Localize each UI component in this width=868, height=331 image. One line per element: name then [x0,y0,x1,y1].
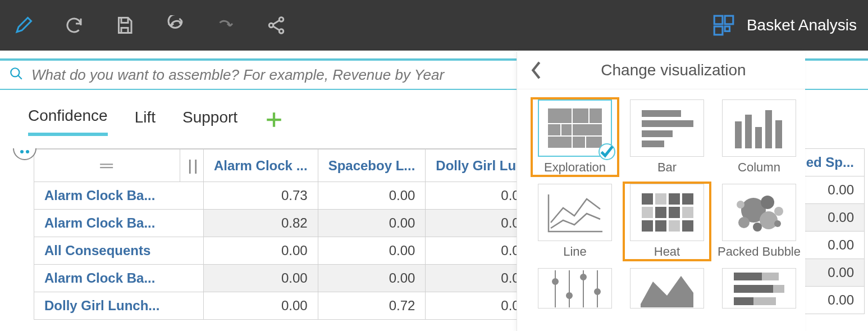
data-table[interactable]: ═ || Alarm Clock ... Spaceboy L... Dolly… [34,148,598,320]
edit-button[interactable] [11,13,36,38]
svg-point-47 [774,220,781,227]
row-drag-icon[interactable]: ═ [44,155,170,176]
dashboard-icon[interactable] [712,13,735,37]
table-row: Alarm Clock Ba...0.730.000.00 [34,182,598,210]
tab-lift[interactable]: Lift [135,108,156,134]
viz-option-point[interactable] [533,268,617,309]
svg-rect-33 [655,207,666,218]
svg-rect-17 [572,136,586,148]
viz-option-stacked-bar[interactable] [717,268,801,309]
svg-point-41 [760,211,778,229]
svg-point-43 [738,217,750,228]
change-visualization-panel: Change visualization Exploration [517,52,805,331]
table-row: Dolly Girl Lunch...0.000.720.00 [34,292,598,320]
svg-rect-13 [547,124,561,136]
svg-point-46 [737,201,744,208]
svg-rect-28 [642,193,653,205]
panel-title: Change visualization [555,61,792,79]
viz-option-area[interactable] [625,268,709,309]
svg-rect-57 [762,273,779,280]
table-row: Alarm Clock Ba...0.000.000.00 [34,265,598,292]
column-header[interactable]: Alarm Clock ... [203,149,318,182]
add-tab-button[interactable] [264,110,284,133]
svg-rect-38 [669,220,680,232]
checkmark-icon [599,143,615,160]
redo-button[interactable] [213,13,238,38]
svg-rect-56 [734,273,762,280]
svg-rect-61 [753,297,776,305]
svg-rect-35 [682,207,693,218]
svg-point-45 [753,223,762,232]
svg-rect-60 [734,297,753,305]
undo-button[interactable] [163,13,188,38]
column-drag-icon[interactable]: || [186,158,198,174]
svg-rect-21 [642,130,673,137]
svg-rect-10 [547,108,572,124]
svg-rect-32 [642,207,653,218]
svg-rect-26 [765,110,772,148]
svg-point-52 [552,279,558,284]
svg-rect-37 [655,220,666,232]
svg-rect-23 [735,121,742,148]
svg-rect-59 [773,285,784,293]
svg-point-44 [774,207,783,216]
svg-rect-25 [755,127,762,148]
stacked-bar-icon [728,268,790,309]
line-chart-icon [544,189,606,237]
viz-option-bar[interactable]: Bar [625,99,709,175]
area-chart-icon [636,268,698,309]
viz-option-packed-bubble[interactable]: Packed Bubble [717,184,801,259]
svg-rect-34 [669,207,680,218]
svg-point-54 [581,274,586,280]
top-toolbar: Basket Analysis [0,0,868,51]
svg-rect-6 [725,26,729,31]
svg-rect-5 [714,26,723,35]
svg-rect-30 [669,193,680,205]
svg-rect-36 [642,220,653,232]
svg-rect-29 [655,193,666,205]
viz-option-column[interactable]: Column [717,99,801,175]
svg-point-8 [20,150,24,153]
svg-rect-12 [589,108,602,124]
svg-rect-27 [775,120,782,148]
svg-rect-11 [572,108,589,124]
svg-rect-39 [682,220,693,232]
search-icon [9,66,24,83]
viz-option-line[interactable]: Line [533,184,617,259]
svg-point-42 [761,196,774,209]
column-header[interactable]: ed Sp... [796,149,864,176]
svg-point-7 [11,68,19,76]
packed-bubble-icon [728,189,790,237]
svg-point-55 [595,289,600,294]
column-header[interactable]: Spaceboy L... [318,149,426,182]
svg-rect-22 [642,140,664,147]
save-button[interactable] [112,13,137,38]
svg-rect-24 [745,115,752,148]
table-row: All Consequents0.000.000.00 [34,237,598,265]
treemap-icon [544,105,606,152]
data-table-overflow[interactable]: ed Sp... 0.00 0.00 0.00 0.00 0.00 [796,148,865,314]
svg-rect-19 [642,110,681,117]
row-slider-handle[interactable] [12,147,37,166]
back-icon[interactable] [531,61,542,80]
svg-rect-3 [714,16,723,24]
tab-support[interactable]: Support [182,108,237,134]
svg-rect-58 [734,285,773,293]
svg-rect-16 [547,136,572,148]
svg-point-53 [567,293,572,298]
svg-point-9 [26,150,29,153]
viz-option-exploration[interactable]: Exploration [533,99,617,175]
column-chart-icon [728,105,790,152]
viz-option-heat[interactable]: Heat [625,184,709,259]
point-chart-icon [544,268,606,309]
tab-confidence[interactable]: Confidence [28,107,108,136]
heatmap-icon [636,189,698,237]
svg-rect-15 [572,124,602,136]
svg-rect-4 [725,16,733,24]
table-row: Alarm Clock Ba...0.820.000.00 [34,210,598,237]
svg-rect-14 [561,124,572,136]
page-title[interactable]: Basket Analysis [747,16,857,34]
svg-rect-31 [682,193,693,205]
share-button[interactable] [264,13,289,38]
refresh-button[interactable] [62,13,86,38]
